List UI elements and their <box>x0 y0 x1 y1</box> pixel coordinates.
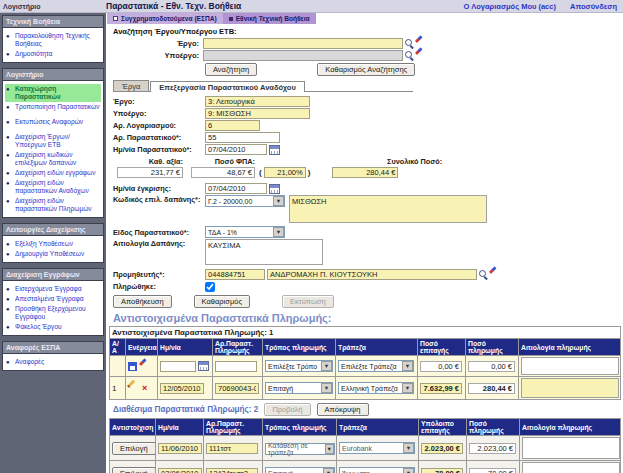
print-button[interactable]: Εκτύπωση <box>282 295 334 308</box>
kodikos-dapanis-select[interactable]: Γ.2 - 20000,00 ▼ <box>205 195 285 207</box>
eidos-parastatikou-select[interactable]: ΤΔΑ - 1% ▼ <box>205 226 285 238</box>
new-row-trapeza-select[interactable]: Επιλέξτε Τράπεζα ▼ <box>338 360 414 372</box>
sidebar-item-parakolouthisi[interactable]: ●Παρακολούθηση Τεχνικής Βοήθειας <box>5 31 101 49</box>
sidebar-item-diaxeirisi-eidon-eggrafon[interactable]: ●Διαχείριση ειδών εγγράφων <box>5 168 101 178</box>
available-table: Αντιστοίχιση Ημ/νία Αρ.Παραστ. Πληρωμής … <box>109 418 621 473</box>
new-row-tropos-select[interactable]: Επιλέξτε Τρόπο ▼ <box>265 360 333 372</box>
new-row-date-input[interactable] <box>160 361 196 372</box>
calendar-icon[interactable] <box>269 184 280 194</box>
promitheytis-code-field[interactable] <box>205 269 265 280</box>
logout-link[interactable]: Αποσύνδεση <box>570 2 617 11</box>
ar-logariasmou-field[interactable] <box>205 120 260 131</box>
calendar-icon[interactable] <box>269 145 280 155</box>
hm-egkrisis-field[interactable] <box>205 183 267 194</box>
row-tropos-select[interactable]: Επιταγή ▼ <box>265 467 335 473</box>
sidebar-item-dimiourgia-ypotheseon[interactable]: ●Δημιουργία Υποθέσεων <box>5 249 101 259</box>
row-aitiologia-textarea[interactable] <box>521 378 619 398</box>
sidebar-item-prosthiki-exerxomenou[interactable]: ●Προσθήκη Εξερχόμενου Εγγράφου <box>5 304 101 322</box>
select-row-button[interactable]: Επιλογή <box>112 467 156 473</box>
row-trapeza-select[interactable]: Άγνωστη ▼ <box>339 467 415 473</box>
sidebar-item-diaxeirisi-ergon[interactable]: ●Διαχείριση Έργων/Υποέργων ΕΤΒ <box>5 132 101 150</box>
show-button[interactable]: Προβολή <box>264 403 310 416</box>
hm-parastatikou-field[interactable] <box>205 144 267 155</box>
row-trapeza-select[interactable]: Eurobank ▼ <box>339 442 415 454</box>
tab-espa[interactable]: Συγχρηματοδοτούμενα (ΕΣΠΑ) <box>107 13 223 24</box>
delete-row-icon[interactable]: × <box>142 383 147 393</box>
sidebar-item-tropopoiisi-parastatikon[interactable]: ●Τροποποίηση Παραστατικών <box>5 102 101 112</box>
trapeza-value: Άγνωστη <box>342 470 370 473</box>
tab-erga[interactable]: Έργα <box>113 80 149 91</box>
promitheytis-name-field[interactable] <box>267 269 477 280</box>
plirothike-checkbox[interactable] <box>205 282 215 292</box>
search-icon[interactable] <box>405 51 414 60</box>
clear-field-icon[interactable] <box>416 51 425 60</box>
search-icon[interactable] <box>405 39 414 48</box>
sidebar-item-eiserxomena[interactable]: ●Εισερχόμενα Έγγραφα <box>5 284 101 294</box>
calendar-icon[interactable] <box>198 361 209 371</box>
bullet-icon: ● <box>6 179 12 187</box>
save-row-icon[interactable] <box>128 362 137 371</box>
col-hmnia: Ημ/νία <box>156 419 204 436</box>
bullet-icon: ● <box>6 250 12 258</box>
sidebar-item-label: Τροποποίηση Παραστατικών <box>15 103 99 111</box>
environment-tabs: Συγχρηματοδοτούμενα (ΕΣΠΑ) Εθνική Τεχνικ… <box>107 13 623 24</box>
sidebar-item-fakelos-ergou[interactable]: ●Φάκελος Έργου <box>5 322 101 332</box>
chevron-down-icon: ▼ <box>321 383 332 393</box>
new-row-ar-input[interactable] <box>215 361 257 372</box>
row-trapeza-select[interactable]: Ελληνική Τράπεζα ▼ <box>338 382 414 394</box>
tab-epexergasia-parastatikou[interactable]: Επεξεργασία Παραστατικού Αναδόχου <box>150 81 305 92</box>
select-row-button[interactable]: Επιλογή <box>112 442 156 455</box>
col-tropos: Τρόπος πληρωμής <box>263 419 337 436</box>
section-title: Λειτουργίες Διαχείρισης <box>2 223 104 235</box>
eidos-value: ΤΔΑ - 1% <box>208 229 237 236</box>
row-aitiologia-textarea[interactable] <box>522 462 620 473</box>
bullet-icon: ● <box>6 133 12 141</box>
sidebar-item-apestalmena[interactable]: ●Απεσταλμένα Έγγραφα <box>5 294 101 304</box>
row-ar-input[interactable] <box>206 443 258 454</box>
row-tropos-select[interactable]: Κατάθεση σε τράπεζα ▼ <box>265 443 335 455</box>
hide-button[interactable]: Απόκρυψη <box>317 403 369 416</box>
sidebar-item-kataxorisi-parastatikon[interactable]: ●Καταχώρηση Παραστατικών <box>5 84 101 102</box>
matched-row-1: 1 × Επιταγή ▼ Ελληνική Τράπεζα ▼ 7.632,9… <box>110 377 621 400</box>
ar-parastatikou-field[interactable] <box>205 132 280 143</box>
sidebar-item-diaxeirisi-eidon-pliromon[interactable]: ●Διαχείριση ειδών παραστατικών Πληρωμών <box>5 196 101 214</box>
sidebar-item-anafores[interactable]: ●Αναφορές <box>5 357 101 367</box>
sidebar-item-exelixi-ypotheseon[interactable]: ●Εξέλιξη Υποθέσεων <box>5 239 101 249</box>
col-energeia: Ενέργεια <box>126 339 158 356</box>
row-date-input[interactable] <box>160 383 204 394</box>
sidebar-item-dimosiotita[interactable]: ●Δημοσιότητα <box>5 49 101 59</box>
row-tropos-select[interactable]: Επιταγή ▼ <box>265 382 333 394</box>
edit-row-icon[interactable] <box>128 383 138 393</box>
sidebar-item-diaxeirisi-eidon-anadoxon[interactable]: ●Διαχείριση ειδών παραστατικών Αναδόχων <box>5 178 101 196</box>
clear-button[interactable]: Καθαρισμός <box>194 295 250 308</box>
search-ypoergo-input[interactable] <box>203 50 403 61</box>
tab-national-technical-help[interactable]: Εθνική Τεχνική Βοήθεια <box>223 13 316 24</box>
available-row-1: Επιλογή Κατάθεση σε τράπεζα ▼ Eurobank ▼… <box>110 436 621 461</box>
clear-field-icon[interactable] <box>490 270 499 279</box>
new-row-aitiologia-textarea[interactable] <box>521 357 619 375</box>
search-ergo-input[interactable] <box>203 38 403 49</box>
ergo-label: Έργο: <box>113 97 205 106</box>
clear-row-icon[interactable] <box>140 362 149 371</box>
sidebar: Τεχνική Βοήθεια ●Παρακολούθηση Τεχνικής … <box>0 13 106 473</box>
row-ar-input[interactable] <box>215 383 259 394</box>
col-ar-parast: Αρ.Παραστ. Πληρωμής <box>213 339 263 356</box>
app-window: Λογιστήριο Παραστατικά - Εθν. Τεχν. Βοήθ… <box>0 0 623 473</box>
clear-search-button[interactable]: Καθαρισμός Αναζήτησης <box>317 63 415 76</box>
sidebar-item-diaxeirisi-kodikon[interactable]: ●Διαχείριση κωδικών επιλέξιμων δαπανών <box>5 150 101 168</box>
row-ypoloipo: 2.023,00 € <box>421 443 463 454</box>
row-aitiologia-textarea[interactable] <box>522 437 620 459</box>
sidebar-item-ektyposeis-anaforon[interactable]: ●Εκτυπώσεις Αναφορών <box>5 117 101 127</box>
ypoergo-field[interactable] <box>205 108 310 119</box>
ergo-field[interactable] <box>205 96 310 107</box>
my-account-link[interactable]: Ο Λογαριασμός Μου (acc) <box>464 2 556 11</box>
chevron-down-icon: ▼ <box>321 361 332 371</box>
aitiologia-dapanis-textarea[interactable]: ΚΑΥΣΙΜΑ <box>205 239 323 265</box>
row-date-input[interactable] <box>158 468 202 473</box>
row-date-input[interactable] <box>158 443 202 454</box>
row-poso: 70,00 € <box>469 468 516 473</box>
search-icon[interactable] <box>479 270 488 279</box>
row-ar-input[interactable] <box>206 468 258 473</box>
save-button[interactable]: Αποθήκευση <box>113 295 172 308</box>
search-button[interactable]: Αναζήτηση <box>205 63 257 76</box>
